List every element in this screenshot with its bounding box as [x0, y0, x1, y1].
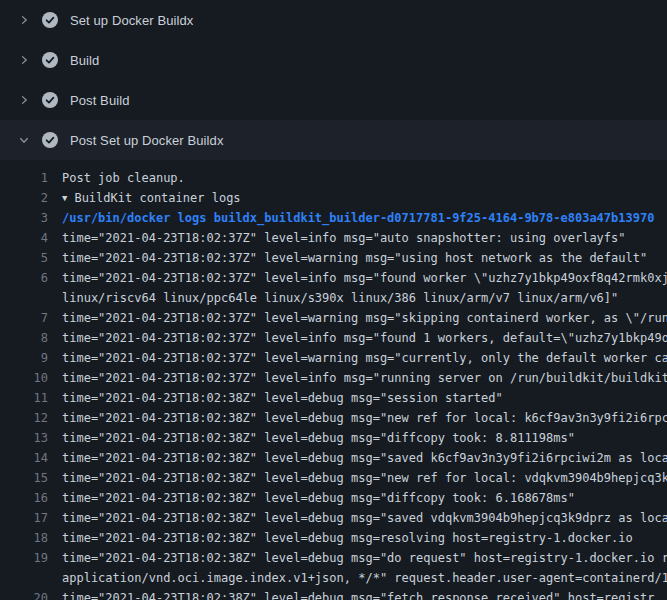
- log-line-text: time="2021-04-23T18:02:37Z" level=info m…: [48, 268, 667, 288]
- log-line-text: time="2021-04-23T18:02:37Z" level=info m…: [48, 368, 667, 388]
- log-line-text: time="2021-04-23T18:02:38Z" level=debug …: [48, 528, 667, 548]
- log-line[interactable]: 4time="2021-04-23T18:02:37Z" level=info …: [0, 228, 667, 248]
- log-line-number[interactable]: 12: [0, 408, 48, 428]
- log-line-text: time="2021-04-23T18:02:38Z" level=debug …: [48, 548, 667, 568]
- step-header-1[interactable]: Build: [0, 40, 667, 80]
- log-line-text: Post job cleanup.: [48, 168, 667, 188]
- step-header-0[interactable]: Set up Docker Buildx: [0, 0, 667, 40]
- log-line[interactable]: 20time="2021-04-23T18:02:38Z" level=debu…: [0, 588, 667, 600]
- log-line[interactable]: 2▼BuildKit container logs: [0, 188, 667, 208]
- log-line-text: time="2021-04-23T18:02:37Z" level=warnin…: [48, 348, 667, 368]
- log-line[interactable]: 7time="2021-04-23T18:02:37Z" level=warni…: [0, 308, 667, 328]
- log-line-number[interactable]: 8: [0, 328, 48, 348]
- log-line[interactable]: 6time="2021-04-23T18:02:37Z" level=info …: [0, 268, 667, 288]
- log-line-text: time="2021-04-23T18:02:38Z" level=debug …: [48, 588, 667, 600]
- log-line-number[interactable]: 15: [0, 468, 48, 488]
- log-line[interactable]: 12time="2021-04-23T18:02:38Z" level=debu…: [0, 408, 667, 428]
- log-line-text: time="2021-04-23T18:02:37Z" level=warnin…: [48, 248, 667, 268]
- check-circle-icon: [42, 12, 58, 28]
- log-group-label: BuildKit container logs: [74, 191, 240, 205]
- log-line-number[interactable]: 11: [0, 388, 48, 408]
- chevron-right-icon[interactable]: [16, 92, 32, 108]
- log-line[interactable]: 1Post job cleanup.: [0, 168, 667, 188]
- chevron-down-icon[interactable]: [16, 132, 32, 148]
- log-line-number[interactable]: 3: [0, 208, 48, 228]
- log-line-number[interactable]: 17: [0, 508, 48, 528]
- log-line-number[interactable]: 14: [0, 448, 48, 468]
- log-line-text: /usr/bin/docker logs buildx_buildkit_bui…: [48, 208, 667, 228]
- log-line-text: application/vnd.oci.image.index.v1+json,…: [48, 568, 667, 588]
- check-circle-icon: [42, 52, 58, 68]
- log-line-number[interactable]: 13: [0, 428, 48, 448]
- log-line-number[interactable]: 9: [0, 348, 48, 368]
- step-header-2[interactable]: Post Build: [0, 80, 667, 120]
- log-line-text: linux/riscv64 linux/ppc64le linux/s390x …: [48, 288, 667, 308]
- log-line-number[interactable]: 7: [0, 308, 48, 328]
- log-line[interactable]: 8time="2021-04-23T18:02:37Z" level=info …: [0, 328, 667, 348]
- log-line-text: time="2021-04-23T18:02:38Z" level=debug …: [48, 428, 667, 448]
- log-line[interactable]: 3/usr/bin/docker logs buildx_buildkit_bu…: [0, 208, 667, 228]
- chevron-right-icon[interactable]: [16, 52, 32, 68]
- step-title: Post Build: [70, 93, 130, 108]
- log-line-text: ▼BuildKit container logs: [48, 188, 667, 208]
- log-line-continuation[interactable]: linux/riscv64 linux/ppc64le linux/s390x …: [0, 288, 667, 308]
- log-line-number[interactable]: 19: [0, 548, 48, 568]
- log-line[interactable]: 11time="2021-04-23T18:02:38Z" level=debu…: [0, 388, 667, 408]
- check-circle-icon: [42, 132, 58, 148]
- log-line-text: time="2021-04-23T18:02:38Z" level=debug …: [48, 448, 667, 468]
- log-line-number[interactable]: 4: [0, 228, 48, 248]
- step-title: Set up Docker Buildx: [70, 13, 193, 28]
- log-line-number[interactable]: 10: [0, 368, 48, 388]
- step-header-3[interactable]: Post Set up Docker Buildx: [0, 120, 667, 160]
- log-line[interactable]: 19time="2021-04-23T18:02:38Z" level=debu…: [0, 548, 667, 568]
- log-line-text: time="2021-04-23T18:02:38Z" level=debug …: [48, 468, 667, 488]
- log-line-text: time="2021-04-23T18:02:37Z" level=info m…: [48, 228, 667, 248]
- log-line-number[interactable]: 5: [0, 248, 48, 268]
- log-line[interactable]: 9time="2021-04-23T18:02:37Z" level=warni…: [0, 348, 667, 368]
- log-line-continuation[interactable]: application/vnd.oci.image.index.v1+json,…: [0, 568, 667, 588]
- log-line-text: time="2021-04-23T18:02:37Z" level=info m…: [48, 328, 667, 348]
- log-line-number: [0, 288, 48, 308]
- log-line-number[interactable]: 20: [0, 588, 48, 600]
- log-line-text: time="2021-04-23T18:02:38Z" level=debug …: [48, 508, 667, 528]
- step-title: Build: [70, 53, 99, 68]
- log-line-number[interactable]: 6: [0, 268, 48, 288]
- log-line[interactable]: 14time="2021-04-23T18:02:38Z" level=debu…: [0, 448, 667, 468]
- log-line[interactable]: 10time="2021-04-23T18:02:37Z" level=info…: [0, 368, 667, 388]
- log-line[interactable]: 18time="2021-04-23T18:02:38Z" level=debu…: [0, 528, 667, 548]
- log-line-number[interactable]: 2: [0, 188, 48, 208]
- log-line-number[interactable]: 1: [0, 168, 48, 188]
- log-line-number: [0, 568, 48, 588]
- log-line[interactable]: 17time="2021-04-23T18:02:38Z" level=debu…: [0, 508, 667, 528]
- log-group-toggle-icon[interactable]: ▼: [62, 188, 67, 208]
- log-area: 1Post job cleanup.2▼BuildKit container l…: [0, 160, 667, 600]
- chevron-right-icon[interactable]: [16, 12, 32, 28]
- log-line-text: time="2021-04-23T18:02:38Z" level=debug …: [48, 388, 667, 408]
- log-line-text: time="2021-04-23T18:02:38Z" level=debug …: [48, 408, 667, 428]
- log-line[interactable]: 16time="2021-04-23T18:02:38Z" level=debu…: [0, 488, 667, 508]
- log-line-number[interactable]: 18: [0, 528, 48, 548]
- log-line-text: time="2021-04-23T18:02:38Z" level=debug …: [48, 488, 667, 508]
- log-line[interactable]: 13time="2021-04-23T18:02:38Z" level=debu…: [0, 428, 667, 448]
- step-title: Post Set up Docker Buildx: [70, 133, 224, 148]
- log-line-number[interactable]: 16: [0, 488, 48, 508]
- log-line[interactable]: 15time="2021-04-23T18:02:38Z" level=debu…: [0, 468, 667, 488]
- log-line[interactable]: 5time="2021-04-23T18:02:37Z" level=warni…: [0, 248, 667, 268]
- steps-list: Set up Docker BuildxBuildPost BuildPost …: [0, 0, 667, 160]
- log-line-text: time="2021-04-23T18:02:37Z" level=warnin…: [48, 308, 667, 328]
- check-circle-icon: [42, 92, 58, 108]
